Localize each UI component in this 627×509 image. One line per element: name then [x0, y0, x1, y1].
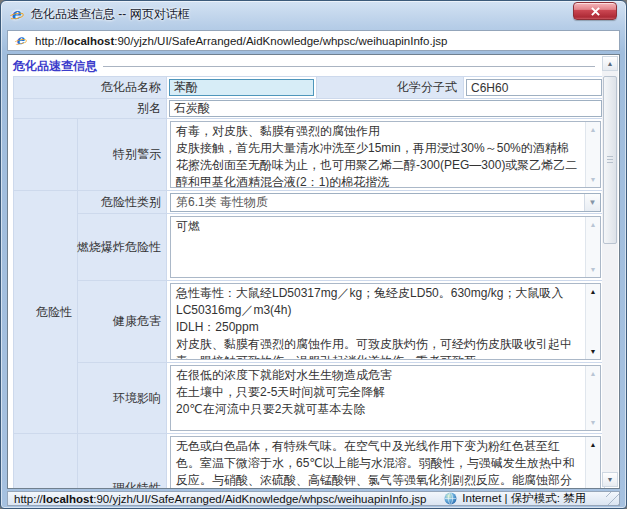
- chemical-name-input[interactable]: 苯酚: [169, 79, 314, 96]
- chemical-name-label: 危化品名称: [14, 77, 167, 99]
- warning-label: 特别警示: [78, 119, 167, 191]
- environment-textarea[interactable]: 在很低的浓度下就能对水生生物造成危害 在土壤中，只要2-5天时间就可完全降解 2…: [170, 365, 601, 431]
- formula-label: 化学分子式: [316, 77, 464, 98]
- page-scroll-track[interactable]: [602, 71, 618, 472]
- status-bar: http://localhost:90/yjzh/UI/SafeArranged…: [7, 491, 620, 506]
- scroll-up-icon[interactable]: ▲: [590, 217, 597, 232]
- table-row: 特别警示 有毒，对皮肤、黏膜有强烈的腐蚀作用 皮肤接触，首先用大量清水冲洗至少1…: [14, 119, 605, 191]
- hazard-group: 危险性 危险性类别 第6.1类 毒性物质 ▼ 燃烧爆炸危险性: [14, 191, 605, 434]
- spacer-cell: [14, 119, 78, 191]
- address-bar[interactable]: e http://localhost:90/yjzh/UI/SafeArrang…: [7, 30, 620, 51]
- page-scroll-down-icon[interactable]: ▼: [602, 472, 618, 487]
- health-textarea[interactable]: 急性毒性：大鼠经LD50317mg／kg；兔经皮LD50。630mg/kg；大鼠…: [170, 283, 601, 360]
- alias-label: 别名: [14, 99, 167, 119]
- chemical-info-table: 危化品名称 苯酚 化学分子式 C6H60 别名 石炭酸 特别警示: [13, 76, 605, 489]
- ie-icon: e: [9, 7, 25, 23]
- scroll-down-icon[interactable]: ▼: [590, 262, 597, 277]
- table-row: 危险性类别 第6.1类 毒性物质 ▼: [78, 191, 605, 214]
- security-zone: Internet | 保护模式: 禁用: [444, 491, 586, 506]
- properties-label: 理化特性: [78, 434, 167, 489]
- zone-text: Internet | 保护模式: 禁用: [462, 491, 586, 506]
- internet-zone-icon: [444, 492, 457, 505]
- ie-page-icon: e: [14, 34, 28, 48]
- flammability-label: 燃烧爆炸危险性: [78, 214, 167, 281]
- section-rule: [103, 66, 595, 67]
- close-button[interactable]: [573, 2, 617, 20]
- scroll-up-icon[interactable]: ▲: [590, 284, 597, 299]
- table-row: 健康危害 急性毒性：大鼠经LD50317mg／kg；兔经皮LD50。630mg/…: [78, 281, 605, 363]
- page-content: 危化品速查信息 危化品名称 苯酚 化学分子式 C6H60 别名 石炭酸: [7, 54, 620, 489]
- hazard-class-label: 危险性类别: [78, 191, 167, 214]
- environment-label: 环境影响: [78, 363, 167, 434]
- section-header: 危化品速查信息: [13, 59, 595, 74]
- section-title: 危化品速查信息: [13, 58, 103, 75]
- textarea-scrollbar[interactable]: ▲ ▼: [585, 284, 600, 359]
- page-scroll-thumb[interactable]: [603, 76, 617, 244]
- page-scroll-up-icon[interactable]: ▲: [602, 56, 618, 71]
- page-scrollbar[interactable]: ▲ ▼: [602, 56, 618, 487]
- table-row: 环境影响 在很低的浓度下就能对水生生物造成危害 在土壤中，只要2-5天时间就可完…: [78, 363, 605, 434]
- hazard-group-label: 危险性: [14, 191, 78, 434]
- textarea-scrollbar[interactable]: ▲ ▼: [585, 122, 600, 187]
- close-icon: [590, 7, 601, 16]
- title-bar: e 危化品速查信息 -- 网页对话框: [1, 1, 626, 28]
- window-title: 危化品速查信息 -- 网页对话框: [31, 6, 190, 23]
- table-row: 燃烧爆炸危险性 可燃 ▲ ▼: [78, 214, 605, 281]
- alias-input[interactable]: 石炭酸: [169, 100, 602, 117]
- warning-textarea[interactable]: 有毒，对皮肤、黏膜有强烈的腐蚀作用 皮肤接触，首先用大量清水冲洗至少15min，…: [170, 121, 601, 188]
- status-url: http://localhost:90/yjzh/UI/SafeArranged…: [14, 493, 426, 505]
- scroll-up-icon[interactable]: ▲: [590, 366, 597, 381]
- textarea-scrollbar[interactable]: ▲ ▼: [585, 217, 600, 277]
- dropdown-arrow-icon[interactable]: ▼: [584, 194, 600, 211]
- textarea-scrollbar[interactable]: ▲ ▼: [585, 366, 600, 430]
- address-url: http://localhost:90/yjzh/UI/SafeArranged…: [35, 35, 447, 47]
- scroll-down-icon[interactable]: ▼: [590, 415, 597, 430]
- scroll-down-icon[interactable]: ▼: [590, 344, 597, 359]
- resize-grip[interactable]: [606, 492, 619, 505]
- properties-textarea[interactable]: 无色或白色晶体，有特殊气味。在空气中及光线作用下变为粉红色甚至红色。室温下微溶于…: [170, 436, 601, 489]
- formula-input[interactable]: C6H60: [466, 79, 602, 96]
- table-row: 危化品名称 苯酚 化学分子式 C6H60: [14, 77, 605, 99]
- health-label: 健康危害: [78, 281, 167, 363]
- table-row: 别名 石炭酸: [14, 99, 605, 119]
- spacer-cell: [14, 434, 78, 489]
- scroll-up-icon[interactable]: ▲: [590, 122, 597, 137]
- scroll-up-icon[interactable]: ▲: [590, 437, 597, 452]
- textarea-scrollbar[interactable]: ▲ ▼: [585, 437, 600, 489]
- hazard-class-select[interactable]: 第6.1类 毒性物质 ▼: [170, 193, 601, 212]
- flammability-textarea[interactable]: 可燃 ▲ ▼: [170, 216, 601, 278]
- table-row: 理化特性 无色或白色晶体，有特殊气味。在空气中及光线作用下变为粉红色甚至红色。室…: [14, 434, 605, 489]
- scroll-down-icon[interactable]: ▼: [590, 172, 597, 187]
- dialog-window: e 危化品速查信息 -- 网页对话框 e http://localhost:90…: [0, 0, 627, 509]
